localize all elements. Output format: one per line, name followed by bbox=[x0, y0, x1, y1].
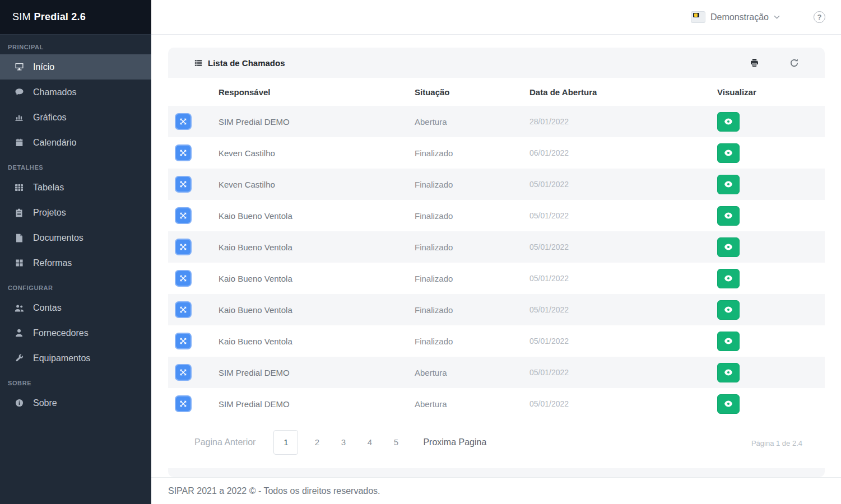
page-link-4[interactable]: 4 bbox=[356, 437, 383, 447]
data-abertura-cell: 05/01/2022 bbox=[529, 231, 717, 263]
account-dropdown[interactable]: Demonstração bbox=[691, 11, 780, 23]
sidebar-item-inicio[interactable]: Início bbox=[0, 54, 151, 80]
responsavel-cell: Keven Castilho bbox=[219, 169, 415, 200]
page-link-1[interactable]: 1 bbox=[273, 430, 298, 455]
expand-arrows-icon[interactable] bbox=[175, 333, 192, 349]
sidebar-item-contas[interactable]: Contas bbox=[0, 295, 151, 320]
user-icon bbox=[13, 329, 25, 338]
view-button[interactable] bbox=[717, 332, 740, 351]
sidebar-item-label: Sobre bbox=[33, 398, 57, 408]
sidebar-item-label: Reformas bbox=[33, 258, 72, 268]
card-header: Lista de Chamados bbox=[168, 48, 825, 78]
next-page-link[interactable]: Proxima Pagina bbox=[423, 437, 486, 447]
data-abertura-cell: 05/01/2022 bbox=[529, 200, 717, 231]
sidebar-item-fornecedores[interactable]: Fornecedores bbox=[0, 320, 151, 346]
grid-icon bbox=[13, 259, 25, 268]
situacao-cell: Finalizado bbox=[415, 169, 529, 200]
view-button[interactable] bbox=[717, 237, 740, 257]
situacao-cell: Finalizado bbox=[415, 231, 529, 263]
view-button[interactable] bbox=[717, 206, 740, 226]
document-icon bbox=[13, 234, 25, 242]
help-button[interactable]: ? bbox=[814, 11, 825, 23]
copyright-text: SIPAR 2021 a 2022 © - Todos os direitos … bbox=[168, 486, 380, 496]
column-visualizar: Visualizar bbox=[717, 78, 825, 106]
sidebar-item-label: Projetos bbox=[33, 208, 66, 218]
view-button[interactable] bbox=[717, 394, 740, 414]
view-button[interactable] bbox=[717, 300, 740, 320]
data-abertura-cell: 05/01/2022 bbox=[529, 325, 717, 357]
demo-account-icon bbox=[691, 11, 705, 23]
sidebar-item-label: Gráficos bbox=[33, 113, 67, 123]
expand-arrows-icon[interactable] bbox=[175, 364, 192, 381]
section-label-sobre: SOBRE bbox=[0, 371, 151, 390]
sidebar-item-documentos[interactable]: Documentos bbox=[0, 225, 151, 250]
sidebar-item-label: Chamados bbox=[33, 87, 76, 97]
page-link-3[interactable]: 3 bbox=[330, 437, 356, 447]
card-title: Lista de Chamados bbox=[194, 58, 285, 68]
table-row: Kaio Bueno Ventola Finalizado 05/01/2022 bbox=[168, 200, 825, 231]
table-icon bbox=[13, 183, 25, 192]
page-link-2[interactable]: 2 bbox=[304, 437, 330, 447]
previous-page-link[interactable]: Pagina Anterior bbox=[194, 437, 255, 447]
sidebar-item-calendario[interactable]: Calendário bbox=[0, 130, 151, 155]
sidebar-item-label: Equipamentos bbox=[33, 353, 90, 363]
card-title-text: Lista de Chamados bbox=[208, 58, 285, 68]
column-situacao: Situação bbox=[415, 78, 529, 106]
content: Lista de Chamados bbox=[151, 35, 841, 477]
sidebar-nav: PRINCIPAL Início Chamados Gráficos bbox=[0, 35, 151, 416]
section-label-configurar: CONFIGURAR bbox=[0, 276, 151, 295]
expand-arrows-icon[interactable] bbox=[175, 395, 192, 412]
topbar: Demonstração ? bbox=[151, 0, 841, 35]
sidebar-item-label: Início bbox=[33, 62, 54, 72]
page-status: Página 1 de 2.4 bbox=[751, 439, 802, 447]
table-header-row: Responsável Situação Data de Abertura Vi… bbox=[168, 78, 825, 106]
view-button[interactable] bbox=[717, 363, 740, 382]
account-label: Demonstração bbox=[710, 12, 769, 22]
responsavel-cell: Kaio Bueno Ventola bbox=[219, 200, 415, 231]
brand-name-light: SIM bbox=[12, 11, 31, 23]
print-button[interactable] bbox=[747, 56, 761, 69]
refresh-button[interactable] bbox=[787, 56, 801, 70]
desktop-icon bbox=[13, 63, 25, 72]
responsavel-cell: SIM Predial DEMO bbox=[219, 388, 415, 419]
data-abertura-cell: 05/01/2022 bbox=[529, 357, 717, 388]
view-button[interactable] bbox=[717, 143, 740, 163]
page-link-5[interactable]: 5 bbox=[383, 437, 409, 447]
chamados-table: Responsável Situação Data de Abertura Vi… bbox=[168, 78, 825, 419]
responsavel-cell: Keven Castilho bbox=[219, 137, 415, 169]
view-button[interactable] bbox=[717, 269, 740, 288]
data-abertura-cell: 05/01/2022 bbox=[529, 263, 717, 294]
expand-arrows-icon[interactable] bbox=[175, 176, 192, 193]
table-row: Kaio Bueno Ventola Finalizado 05/01/2022 bbox=[168, 263, 825, 294]
sidebar-item-label: Calendário bbox=[33, 138, 76, 148]
expand-arrows-icon[interactable] bbox=[175, 239, 192, 255]
data-abertura-cell: 05/01/2022 bbox=[529, 294, 717, 325]
situacao-cell: Abertura bbox=[415, 106, 529, 137]
view-button[interactable] bbox=[717, 112, 740, 132]
section-label-principal: PRINCIPAL bbox=[0, 35, 151, 54]
clipboard-icon bbox=[13, 208, 25, 217]
table-row: SIM Predial DEMO Abertura 28/01/2022 bbox=[168, 106, 825, 137]
expand-arrows-icon[interactable] bbox=[175, 270, 192, 287]
sidebar-item-graficos[interactable]: Gráficos bbox=[0, 105, 151, 130]
table-row: SIM Predial DEMO Abertura 05/01/2022 bbox=[168, 357, 825, 388]
expand-arrows-icon[interactable] bbox=[175, 144, 192, 161]
expand-arrows-icon[interactable] bbox=[175, 113, 192, 130]
sidebar-item-tabelas[interactable]: Tabelas bbox=[0, 175, 151, 200]
expand-arrows-icon[interactable] bbox=[175, 301, 192, 318]
sidebar-item-label: Documentos bbox=[33, 233, 83, 243]
expand-arrows-icon[interactable] bbox=[175, 207, 192, 224]
view-button[interactable] bbox=[717, 175, 740, 194]
sidebar-item-equipamentos[interactable]: Equipamentos bbox=[0, 346, 151, 371]
situacao-cell: Finalizado bbox=[415, 200, 529, 231]
brand[interactable]: SIM Predial 2.6 bbox=[0, 0, 151, 35]
sidebar-item-chamados[interactable]: Chamados bbox=[0, 80, 151, 105]
situacao-cell: Abertura bbox=[415, 357, 529, 388]
table-row: SIM Predial DEMO Abertura 05/01/2022 bbox=[168, 388, 825, 419]
chamados-card: Lista de Chamados bbox=[168, 48, 825, 477]
users-icon bbox=[13, 304, 25, 312]
sidebar-item-sobre[interactable]: Sobre bbox=[0, 390, 151, 416]
sidebar-item-projetos[interactable]: Projetos bbox=[0, 200, 151, 225]
section-label-detalhes: DETALHES bbox=[0, 155, 151, 175]
sidebar-item-reformas[interactable]: Reformas bbox=[0, 250, 151, 276]
